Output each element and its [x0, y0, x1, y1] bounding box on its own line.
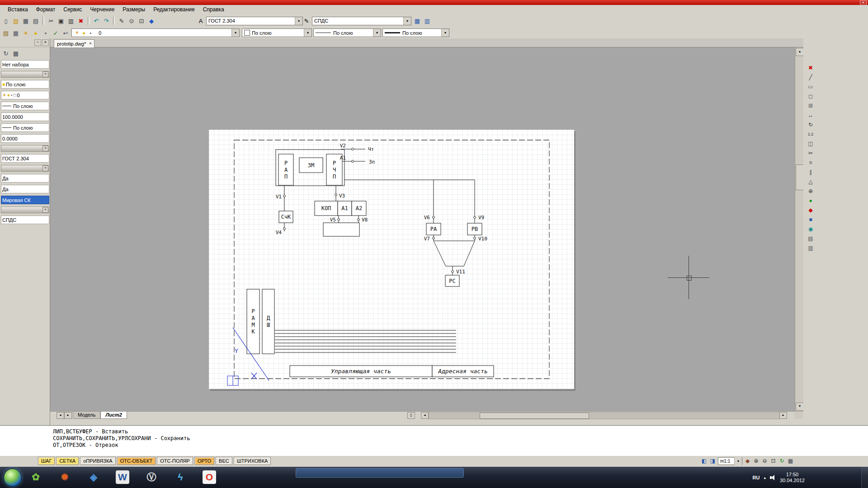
scroll-left-button[interactable]	[421, 412, 429, 419]
palette-blue-icon[interactable]: ■	[806, 215, 816, 224]
chevron-down-icon[interactable]	[373, 29, 381, 37]
triangle-tool-icon[interactable]: △	[806, 177, 816, 186]
otrack-object-button[interactable]: ОТС-ОБЪЕКТ	[117, 457, 156, 465]
panel-refresh-icon[interactable]: ↻	[1, 48, 11, 58]
new-file-icon[interactable]: ▯	[1, 16, 11, 26]
print-icon[interactable]: ▤	[31, 16, 41, 26]
scroll-up-button[interactable]	[796, 48, 803, 56]
property-row[interactable]: ГОСТ 2.304	[1, 154, 49, 163]
chevron-down-icon[interactable]	[304, 29, 311, 37]
table-tool-icon[interactable]: ▥	[806, 244, 816, 252]
undo-icon[interactable]: ↶	[91, 16, 101, 26]
redo-icon[interactable]: ↷	[101, 16, 111, 26]
panel-categories-icon[interactable]: ▦	[11, 48, 21, 58]
model-space-icon[interactable]: ◧	[700, 457, 708, 465]
move-tool-icon[interactable]: ↔	[806, 111, 816, 119]
chevron-down-icon[interactable]	[734, 457, 742, 465]
zoom-icon[interactable]: ⊙	[127, 16, 137, 26]
rotate-tool-icon[interactable]: ↻	[806, 120, 816, 129]
step-button[interactable]: ШАГ	[38, 457, 55, 465]
scroll-down-button[interactable]	[796, 403, 803, 411]
panel-close-icon[interactable]: ✖	[806, 63, 816, 72]
otrack-polar-button[interactable]: ОТС-ПОЛЯР	[157, 457, 193, 465]
scale-tool-icon[interactable]: 1:2	[806, 130, 816, 138]
make-current-icon[interactable]: ✓	[51, 28, 61, 38]
splitter-button[interactable]: ▯	[407, 412, 415, 419]
section-toggle-icon[interactable]: +	[42, 71, 48, 77]
grid-tool-icon[interactable]: ⊞	[806, 101, 816, 110]
spds-combo[interactable]: СПДС	[312, 17, 411, 25]
table-icon[interactable]: ▦	[412, 16, 422, 26]
start-button[interactable]	[4, 469, 22, 487]
tray-expand-icon[interactable]	[764, 475, 766, 480]
layer-states-icon[interactable]: ▦	[11, 28, 21, 38]
grid-status-icon[interactable]: ▦	[786, 457, 795, 465]
property-row[interactable]: Да	[1, 174, 49, 183]
panel-close-icon[interactable]: ×	[42, 39, 49, 46]
menu-item[interactable]: Редактирование	[149, 5, 198, 14]
lineweight-button[interactable]: ВЕС	[216, 457, 232, 465]
pencil-icon[interactable]: ✎	[117, 16, 127, 26]
section-toggle-icon[interactable]: +	[42, 165, 48, 171]
model-tab[interactable]: Модель	[73, 412, 100, 419]
color-combo[interactable]: По слою	[242, 28, 312, 37]
chevron-down-icon[interactable]	[231, 29, 239, 37]
menu-item[interactable]: Вставка	[4, 5, 32, 14]
layer-previous-icon[interactable]: ↩	[61, 28, 71, 38]
tools-icon[interactable]: ✹	[58, 470, 71, 484]
command-line-window[interactable]: ЛИП,ВСТБУФЕР - ВставитьСОХРАНИТЬ,СОХРАНИ…	[0, 425, 868, 455]
notebook-icon[interactable]: ▥	[422, 16, 432, 26]
menu-item[interactable]: Формат	[32, 5, 60, 14]
sun-icon[interactable]: ☀	[21, 28, 31, 38]
polygon-tool-icon[interactable]: ◻	[806, 92, 816, 100]
delete-icon[interactable]: ✖	[76, 16, 86, 26]
lightning-icon[interactable]: ϟ	[174, 470, 187, 484]
tab-scroll-left-button[interactable]	[57, 412, 64, 419]
property-section[interactable]: +	[1, 71, 49, 78]
language-indicator[interactable]: RU	[753, 475, 760, 480]
menu-item[interactable]: Черчение	[86, 5, 118, 14]
mirror-tool-icon[interactable]: ◫	[806, 139, 816, 148]
bulb-icon[interactable]: ●	[31, 28, 41, 38]
rectangle-tool-icon[interactable]: ▭	[806, 82, 816, 91]
menu-item[interactable]: Размеры	[118, 5, 149, 14]
clock[interactable]: 17:50 30.04.2012	[780, 472, 805, 483]
drawing-canvas[interactable]: РАПЗМРЧПКОПА1А2СчКРАРВРСРАМКДШУправляюща…	[50, 47, 803, 411]
word-icon[interactable]: W	[116, 470, 129, 484]
chevron-down-icon[interactable]	[441, 29, 449, 37]
ortho-button[interactable]: ОРТО	[194, 457, 214, 465]
media-player-icon[interactable]: Ⓥ	[145, 470, 158, 484]
property-row[interactable]: Нет набора	[1, 60, 49, 69]
scroll-thumb[interactable]	[480, 413, 589, 419]
volume-icon[interactable]	[770, 475, 776, 480]
regen-icon[interactable]: ↻	[778, 457, 786, 465]
property-row[interactable]: СПДС	[1, 216, 49, 224]
horizontal-scrollbar[interactable]	[429, 412, 780, 419]
property-row[interactable]: Мировая СК	[1, 196, 49, 204]
trim-tool-icon[interactable]: ✂	[806, 149, 816, 157]
layer-lock-icon[interactable]: ▪	[87, 30, 94, 36]
property-row[interactable]: ☀●▪□0	[1, 91, 49, 99]
scroll-right-button[interactable]	[779, 412, 787, 419]
lock-status-icon[interactable]: ◆	[743, 457, 752, 465]
property-row[interactable]: Да	[1, 185, 49, 193]
layer-combo[interactable]: ☀●▪ 0	[71, 28, 240, 37]
drawing-sheet[interactable]: РАПЗМРЧПКОПА1А2СчКРАРВРСРАМКДШУправляюща…	[209, 130, 574, 389]
messenger-icon[interactable]: ◈	[87, 470, 100, 484]
property-row[interactable]: 0.0000	[1, 134, 49, 143]
save-icon[interactable]: ▦	[21, 16, 31, 26]
window-titlebar[interactable]: ✕	[0, 0, 868, 5]
palette-teal-icon[interactable]: ◉	[806, 225, 816, 233]
zoom-window-icon[interactable]: ⊡	[137, 16, 146, 26]
copy-icon[interactable]: ▣	[56, 16, 66, 26]
sheet2-tab[interactable]: Лист2	[100, 412, 127, 419]
property-section[interactable]: +	[1, 145, 49, 152]
add-tool-icon[interactable]: ⊕	[806, 187, 816, 195]
grid-button[interactable]: СЕТКА	[56, 457, 79, 465]
property-section[interactable]: +	[1, 206, 49, 213]
menu-item[interactable]: Справка	[199, 5, 228, 14]
lock-icon[interactable]: ▪	[41, 28, 51, 38]
paste-icon[interactable]: ▥	[66, 16, 76, 26]
layer-lamp-icon[interactable]: ●	[80, 30, 87, 36]
tab-scroll-right-button[interactable]	[64, 412, 72, 419]
